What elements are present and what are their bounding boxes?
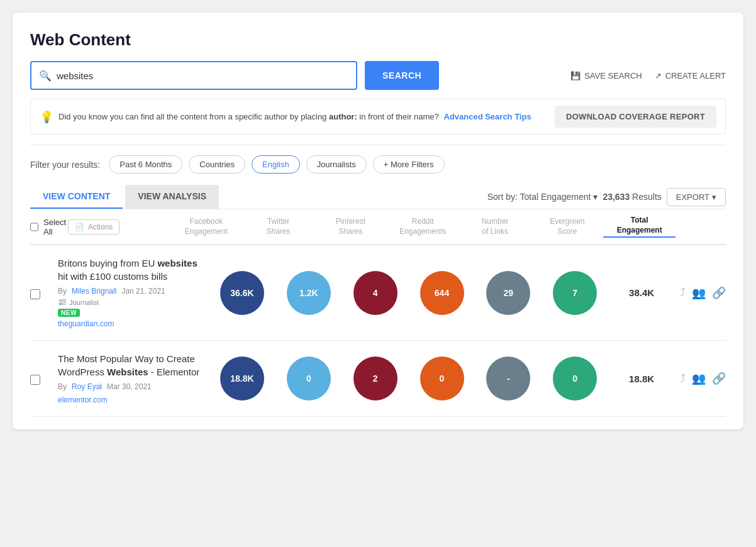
select-all-checkbox[interactable] — [30, 222, 38, 232]
search-button[interactable]: SEARCH — [365, 61, 439, 90]
new-badge-1: NEW — [58, 309, 80, 317]
tip-icon: 💡 — [40, 110, 53, 124]
journalist-tag-1: 📰 Journalist — [58, 298, 209, 306]
results-meta: Sort by: Total Engagement ▾ 23,633 Resul… — [487, 188, 726, 206]
total-eng-2: 18.8K — [608, 373, 675, 384]
result-row-2: The Most Popular Way to Create WordPress… — [30, 341, 726, 417]
filter-english[interactable]: English — [252, 155, 300, 174]
journalist-icon: 📰 — [58, 298, 67, 306]
share-icon-1[interactable]: ⤴ — [680, 286, 686, 299]
metrics-1: 36.6K 1.2K 4 644 29 7 38.4K — [209, 271, 675, 315]
filter-journalists[interactable]: Journalists — [306, 155, 367, 174]
evergreen-circle-1: 7 — [553, 271, 597, 315]
filter-past-6-months[interactable]: Past 6 Months — [109, 155, 182, 174]
advanced-search-tips-link[interactable]: Advanced Search Tips — [443, 112, 531, 121]
reddit-circle-1: 644 — [420, 271, 464, 315]
search-icon: 🔍 — [39, 70, 52, 82]
result-meta-1: By Miles Brignall Jan 21, 2021 — [58, 287, 209, 296]
result-content-2: The Most Popular Way to Create WordPress… — [58, 352, 209, 405]
facebook-circle-1: 36.6K — [220, 271, 264, 315]
row-actions-2: ⤴ 👥 🔗 — [680, 372, 726, 385]
export-button[interactable]: EXPORT ▾ — [667, 188, 726, 206]
actions-button[interactable]: 📄 Actions — [68, 219, 120, 235]
th-links: Number of Links — [459, 217, 531, 236]
result-title-2: The Most Popular Way to Create WordPress… — [58, 352, 209, 378]
pinterest-circle-2: 2 — [353, 356, 397, 401]
result-meta-2: By Roy Eyal Mar 30, 2021 — [58, 382, 209, 391]
search-box: 🔍 websites — [30, 61, 357, 90]
tab-view-analysis[interactable]: VIEW ANALYSIS — [125, 185, 219, 209]
twitter-circle-1: 1.2K — [287, 271, 331, 315]
result-date-2: Mar 30, 2021 — [107, 382, 152, 391]
result-author-1[interactable]: Miles Brignall — [72, 287, 116, 296]
search-actions: 💾 SAVE SEARCH ↗ CREATE ALERT — [570, 71, 726, 80]
result-date-1: Jan 21, 2021 — [121, 287, 165, 296]
divider — [30, 145, 726, 145]
alert-icon: ↗ — [655, 71, 662, 80]
facebook-circle-2: 18.8K — [220, 356, 264, 401]
link-icon-2[interactable]: 🔗 — [712, 372, 726, 385]
th-facebook: Facebook Engagement — [170, 217, 242, 236]
actions-icon: 📄 — [75, 223, 84, 231]
results-count: 23,633 Results — [603, 192, 661, 202]
table-header: Select All 📄 Actions Facebook Engagement… — [30, 209, 726, 245]
tabs-and-meta: VIEW CONTENT VIEW ANALYSIS Sort by: Tota… — [30, 185, 726, 209]
result-author-2[interactable]: Roy Eyal — [72, 382, 102, 391]
total-eng-1: 38.4K — [608, 287, 675, 298]
tab-view-content[interactable]: VIEW CONTENT — [30, 185, 123, 209]
th-select-all: Select All — [30, 218, 68, 236]
metrics-2: 18.8K 0 2 0 - 0 18.8K — [209, 356, 675, 401]
result-source-2[interactable]: elementor.com — [58, 395, 108, 404]
th-pinterest: Pinterest Shares — [314, 217, 387, 236]
reddit-circle-2: 0 — [420, 356, 464, 401]
save-search-link[interactable]: 💾 SAVE SEARCH — [570, 71, 642, 80]
result-title-1: Britons buying from EU websites hit with… — [58, 257, 209, 283]
chevron-down-icon-export: ▾ — [712, 192, 716, 202]
row-actions-1: ⤴ 👥 🔗 — [680, 286, 726, 300]
result-content-1: Britons buying from EU websites hit with… — [58, 257, 209, 329]
th-reddit: Reddit Engagements — [387, 217, 459, 236]
pinterest-circle-1: 4 — [353, 271, 397, 315]
search-input[interactable]: websites — [57, 70, 348, 81]
link-icon-1[interactable]: 🔗 — [712, 286, 726, 300]
result-checkbox-2[interactable] — [30, 372, 58, 385]
chevron-down-icon: ▾ — [593, 192, 598, 202]
th-evergreen: Evergreen Score — [531, 217, 603, 236]
filter-label: Filter your results: — [30, 160, 100, 170]
th-twitter: Twitter Shares — [242, 217, 314, 236]
search-row: 🔍 websites SEARCH 💾 SAVE SEARCH ↗ CREATE… — [30, 61, 726, 90]
filter-row: Filter your results: Past 6 Months Count… — [30, 155, 726, 174]
links-circle-1: 29 — [486, 271, 530, 315]
filter-countries[interactable]: Countries — [189, 155, 245, 174]
sort-dropdown[interactable]: Sort by: Total Engagement ▾ — [487, 192, 598, 202]
result-source-1[interactable]: theguardian.com — [58, 319, 114, 328]
evergreen-circle-2: 0 — [553, 356, 597, 401]
share-icon-2[interactable]: ⤴ — [680, 372, 686, 385]
result-checkbox-1[interactable] — [30, 287, 58, 299]
page-title: Web Content — [30, 30, 726, 50]
links-circle-2: - — [486, 356, 530, 401]
more-filters-button[interactable]: + More Filters — [373, 155, 445, 174]
people-icon-1[interactable]: 👥 — [692, 286, 706, 300]
people-icon-2[interactable]: 👥 — [692, 372, 706, 385]
create-alert-link[interactable]: ↗ CREATE ALERT — [655, 71, 726, 80]
th-total-engagement: Total Engagement — [603, 216, 675, 238]
tip-bar: 💡 Did you know you can find all the cont… — [30, 99, 726, 135]
save-icon: 💾 — [570, 71, 581, 80]
result-row: Britons buying from EU websites hit with… — [30, 245, 726, 341]
twitter-circle-2: 0 — [287, 356, 331, 401]
download-coverage-report-button[interactable]: DOWNLOAD COVERAGE REPORT — [555, 106, 716, 128]
tip-text: Did you know you can find all the conten… — [58, 112, 531, 121]
